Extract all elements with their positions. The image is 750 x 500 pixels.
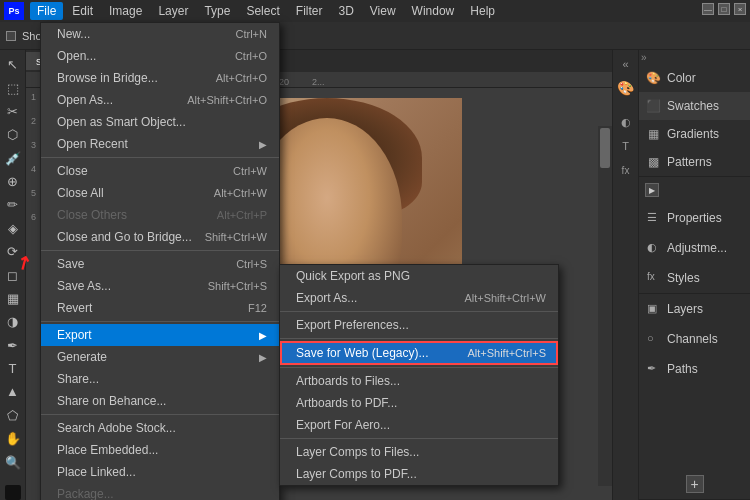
export-menu-layer-comps-pdf[interactable]: Layer Comps to PDF... xyxy=(280,463,558,485)
panel-styles[interactable]: fx Styles xyxy=(639,263,750,293)
fx-icon[interactable]: fx xyxy=(616,160,636,180)
restore-button[interactable]: □ xyxy=(718,3,730,15)
export-menu-save-web[interactable]: Save for Web (Legacy)... Alt+Shift+Ctrl+… xyxy=(280,341,558,365)
tool-zoom[interactable]: 🔍 xyxy=(2,451,24,472)
menu-type[interactable]: Type xyxy=(197,2,237,20)
menu-item-save[interactable]: Save Ctrl+S xyxy=(41,253,279,275)
tool-heal[interactable]: ⊕ xyxy=(2,171,24,192)
menu-item-browse-label: Browse in Bridge... xyxy=(57,71,158,85)
menu-item-close-others: Close Others Alt+Ctrl+P xyxy=(41,204,279,226)
tool-hand[interactable]: ✋ xyxy=(2,428,24,449)
tool-marquee[interactable]: ⬚ xyxy=(2,77,24,98)
menu-item-linked[interactable]: Place Linked... xyxy=(41,461,279,483)
foreground-color[interactable] xyxy=(5,485,21,500)
panel-patterns[interactable]: ▩ Patterns xyxy=(639,148,750,176)
export-menu-prefs[interactable]: Export Preferences... xyxy=(280,314,558,336)
menu-item-open-smart[interactable]: Open as Smart Object... xyxy=(41,111,279,133)
panel-section-layers: ▣ Layers ○ Channels ✒ Paths + xyxy=(639,294,750,500)
tool-clone[interactable]: ◈ xyxy=(2,218,24,239)
adjustments-panel-label: Adjustme... xyxy=(667,241,742,255)
menu-file[interactable]: File xyxy=(30,2,63,20)
export-menu-export-as[interactable]: Export As... Alt+Shift+Ctrl+W xyxy=(280,287,558,309)
collapse-button[interactable]: » xyxy=(639,50,750,64)
menu-edit[interactable]: Edit xyxy=(65,2,100,20)
menu-item-close-bridge[interactable]: Close and Go to Bridge... Shift+Ctrl+W xyxy=(41,226,279,248)
menu-item-close-all-label: Close All xyxy=(57,186,104,200)
export-menu-layer-comps-files[interactable]: Layer Comps to Files... xyxy=(280,441,558,463)
panel-gradients[interactable]: ▦ Gradients xyxy=(639,120,750,148)
menu-filter[interactable]: Filter xyxy=(289,2,330,20)
panel-color[interactable]: 🎨 Color xyxy=(639,64,750,92)
menu-item-close[interactable]: Close Ctrl+W xyxy=(41,160,279,182)
menu-image[interactable]: Image xyxy=(102,2,149,20)
panel-adjustments[interactable]: ◐ Adjustme... xyxy=(639,233,750,263)
menu-3d[interactable]: 3D xyxy=(331,2,360,20)
menu-item-close-all[interactable]: Close All Alt+Ctrl+W xyxy=(41,182,279,204)
add-panel-button[interactable]: + xyxy=(686,475,704,493)
menu-select[interactable]: Select xyxy=(239,2,286,20)
panel-swatches[interactable]: ⬛ Swatches xyxy=(639,92,750,120)
menu-item-export-arrow: ▶ xyxy=(259,330,267,341)
menu-item-close-all-shortcut: Alt+Ctrl+W xyxy=(214,187,267,199)
menu-item-generate[interactable]: Generate ▶ xyxy=(41,346,279,368)
panel-channels[interactable]: ○ Channels xyxy=(639,324,750,354)
tool-lasso[interactable]: ✂ xyxy=(2,101,24,122)
export-menu-divider-1 xyxy=(280,311,558,312)
menu-item-new[interactable]: New... Ctrl+N xyxy=(41,23,279,45)
menu-item-open-as[interactable]: Open As... Alt+Shift+Ctrl+O xyxy=(41,89,279,111)
panel-paths[interactable]: ✒ Paths xyxy=(639,354,750,384)
menu-item-share[interactable]: Share... xyxy=(41,368,279,390)
file-menu-items: New... Ctrl+N Open... Ctrl+O Browse in B… xyxy=(41,23,279,500)
close-button[interactable]: × xyxy=(734,3,746,15)
menu-item-browse[interactable]: Browse in Bridge... Alt+Ctrl+O xyxy=(41,67,279,89)
menu-item-open-recent-label: Open Recent xyxy=(57,137,128,151)
menu-item-save-as[interactable]: Save As... Shift+Ctrl+S xyxy=(41,275,279,297)
menu-item-revert[interactable]: Revert F12 xyxy=(41,297,279,319)
menu-item-save-label: Save xyxy=(57,257,84,271)
play-button[interactable]: ▶ xyxy=(645,183,659,197)
export-menu-export-as-label: Export As... xyxy=(296,291,357,305)
menu-divider-1 xyxy=(41,157,279,158)
menu-view[interactable]: View xyxy=(363,2,403,20)
panel-properties[interactable]: ☰ Properties xyxy=(639,203,750,233)
menu-window[interactable]: Window xyxy=(405,2,462,20)
menu-item-open-recent[interactable]: Open Recent ▶ xyxy=(41,133,279,155)
menu-item-export-label: Export xyxy=(57,328,92,342)
menu-item-embed[interactable]: Place Embedded... xyxy=(41,439,279,461)
export-menu-artboards-pdf-label: Artboards to PDF... xyxy=(296,396,397,410)
menu-item-share-behance[interactable]: Share on Behance... xyxy=(41,390,279,412)
menu-layer[interactable]: Layer xyxy=(151,2,195,20)
tool-crop[interactable]: ⬡ xyxy=(2,124,24,145)
export-menu-aero[interactable]: Export For Aero... xyxy=(280,414,558,436)
tool-path[interactable]: ▲ xyxy=(2,381,24,402)
tool-gradient[interactable]: ▦ xyxy=(2,288,24,309)
menu-item-stock[interactable]: Search Adobe Stock... xyxy=(41,417,279,439)
adjustment-icon[interactable]: ◐ xyxy=(616,112,636,132)
tool-move[interactable]: ↖ xyxy=(2,54,24,75)
tool-type[interactable]: T xyxy=(2,358,24,379)
tool-pen[interactable]: ✒ xyxy=(2,335,24,356)
tool-shape[interactable]: ⬠ xyxy=(2,405,24,426)
panel-layers[interactable]: ▣ Layers xyxy=(639,294,750,324)
menu-item-export[interactable]: Export ▶ xyxy=(41,324,279,346)
export-menu-quick-label: Quick Export as PNG xyxy=(296,269,410,283)
menu-item-open-label: Open... xyxy=(57,49,96,63)
color-icon[interactable]: 🎨 xyxy=(616,78,636,98)
menu-item-save-shortcut: Ctrl+S xyxy=(236,258,267,270)
type-icon[interactable]: T xyxy=(616,136,636,156)
tool-dodge[interactable]: ◑ xyxy=(2,311,24,332)
export-menu-quick[interactable]: Quick Export as PNG xyxy=(280,265,558,287)
tool-eyedropper[interactable]: 💉 xyxy=(2,148,24,169)
minimize-button[interactable]: — xyxy=(702,3,714,15)
menu-help[interactable]: Help xyxy=(463,2,502,20)
tool-brush[interactable]: ✏ xyxy=(2,194,24,215)
menu-item-save-as-shortcut: Shift+Ctrl+S xyxy=(208,280,267,292)
menu-item-linked-label: Place Linked... xyxy=(57,465,136,479)
menu-item-close-shortcut: Ctrl+W xyxy=(233,165,267,177)
transform-controls-checkbox[interactable] xyxy=(6,31,16,41)
menu-item-open[interactable]: Open... Ctrl+O xyxy=(41,45,279,67)
panel-expand-button[interactable]: « xyxy=(616,54,636,74)
menu-item-share-behance-label: Share on Behance... xyxy=(57,394,166,408)
canvas-scrollbar-v[interactable] xyxy=(598,126,612,486)
export-menu: Quick Export as PNG Export As... Alt+Shi… xyxy=(279,264,559,486)
